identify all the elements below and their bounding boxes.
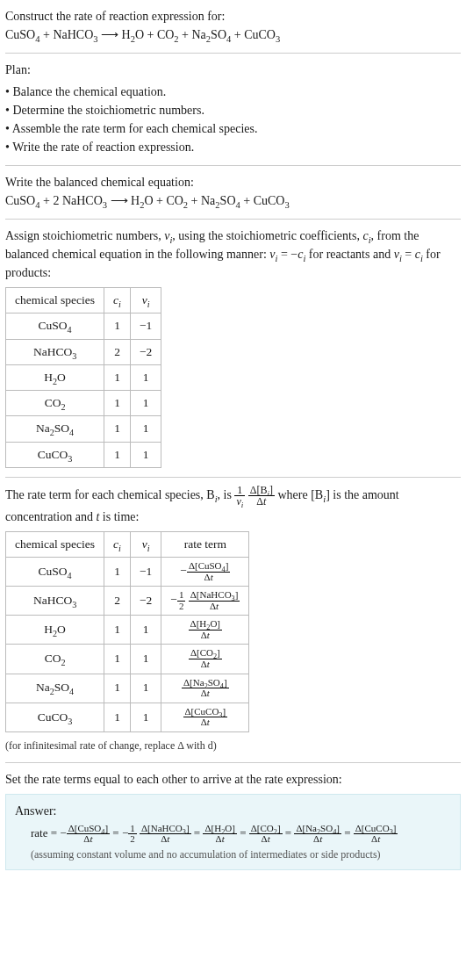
col-vi: νi [130,288,161,313]
cell-vi: 1 [130,674,161,703]
answer-box: Answer: rate = −Δ[CuSO4]Δt = −12 Δ[NaHCO… [5,794,461,870]
balanced-label: Write the balanced chemical equation: [5,173,461,191]
cell-species: NaHCO3 [6,339,104,364]
cell-species: CuSO4 [6,558,104,587]
rate-table: chemical species ci νi rate term CuSO4 1… [5,531,249,732]
final-text: Set the rate terms equal to each other t… [5,770,461,789]
divider [5,53,461,54]
table-row: H2O 1 1 Δ[H2O]Δt [6,616,249,645]
table-row: CuCO3 1 1 Δ[CuCO3]Δt [6,703,249,731]
table-row: CO2 1 1 Δ[CO2]Δt [6,645,249,674]
cell-species: CuCO3 [6,442,104,467]
cell-ci: 1 [104,616,131,645]
cell-ci: 1 [104,313,131,339]
cell-vi: 1 [130,645,161,674]
rate-frac-db: Δ[Bi]Δt [248,485,275,508]
col-ci: ci [104,531,131,557]
table-row: CuSO4 1 −1 −Δ[CuSO4]Δt [6,558,249,587]
stoich-text: Assign stoichiometric numbers, νi, using… [5,227,461,282]
plan-bullet: • Balance the chemical equation. [5,83,461,101]
cell-species: NaHCO3 [6,587,104,616]
cell-vi: 1 [130,442,161,467]
plan-label: Plan: [5,61,461,79]
plan-block: Plan: • Balance the chemical equation. •… [5,61,461,156]
table-header-row: chemical species ci νi rate term [6,531,249,557]
cell-vi: 1 [130,703,161,731]
cell-species: H2O [6,616,104,645]
cell-rate: Δ[Na2SO4]Δt [161,674,249,703]
table-row: CO211 [6,391,161,416]
cell-species: Na2SO4 [6,674,104,703]
cell-rate: Δ[H2O]Δt [161,616,249,645]
cell-vi: −2 [130,339,161,364]
intro-block: Construct the rate of reaction expressio… [5,7,461,44]
cell-vi: 1 [130,416,161,442]
divider [5,165,461,166]
table-row: CuCO311 [6,442,161,467]
cell-ci: 1 [104,416,131,442]
text: , is [218,488,235,501]
table-row: NaHCO3 2 −2 −12 Δ[NaHCO3]Δt [6,587,249,616]
text: The rate term for each chemical species,… [5,488,215,501]
cell-species: CuCO3 [6,703,104,731]
text: is time: [99,510,139,523]
plan-bullet: • Determine the stoichiometric numbers. [5,101,461,119]
col-ci: ci [104,288,131,313]
col-vi: νi [130,531,161,557]
cell-species: CuSO4 [6,313,104,339]
cell-rate: Δ[CuCO3]Δt [161,703,249,731]
cell-vi: 1 [130,364,161,390]
cell-vi: −1 [130,313,161,339]
text: where [B [278,488,324,501]
cell-ci: 1 [104,674,131,703]
cell-ci: 1 [104,703,131,731]
plan-bullet: • Write the rate of reaction expression. [5,138,461,156]
text: for reactants and [305,248,393,261]
rate-text: The rate term for each chemical species,… [5,485,461,526]
plan-bullets: • Balance the chemical equation. • Deter… [5,83,461,156]
table-row: CuSO41−1 [6,313,161,339]
rate-frac-nu: 1νi [234,485,245,508]
cell-vi: −1 [130,558,161,587]
stoich-table: chemical species ci νi CuSO41−1 NaHCO32−… [5,287,161,468]
cell-rate: Δ[CO2]Δt [161,645,249,674]
cell-ci: 1 [104,442,131,467]
table-row: Na2SO411 [6,416,161,442]
cell-species: CO2 [6,391,104,416]
cell-rate: −12 Δ[NaHCO3]Δt [161,587,249,616]
cell-ci: 2 [104,339,131,364]
cell-ci: 1 [104,558,131,587]
answer-equation: rate = −Δ[CuSO4]Δt = −12 Δ[NaHCO3]Δt = Δ… [15,824,451,845]
text: , using the stoichiometric coefficients, [172,229,362,242]
text: Assign stoichiometric numbers, [5,229,164,242]
table-row: Na2SO4 1 1 Δ[Na2SO4]Δt [6,674,249,703]
table-header-row: chemical species ci νi [6,288,161,313]
intro-line: Construct the rate of reaction expressio… [5,7,461,25]
divider [5,762,461,763]
divider [5,219,461,220]
balanced-equation: CuSO4 + 2 NaHCO3 ⟶ H2O + CO2 + Na2SO4 + … [5,191,461,210]
cell-vi: −2 [130,587,161,616]
cell-rate: −Δ[CuSO4]Δt [161,558,249,587]
cell-species: Na2SO4 [6,416,104,442]
plan-bullet: • Assemble the rate term for each chemic… [5,119,461,138]
rate-block: The rate term for each chemical species,… [5,485,461,753]
rate-footnote: (for infinitesimal rate of change, repla… [5,738,461,753]
cell-ci: 1 [104,364,131,390]
col-species: chemical species [6,288,104,313]
cell-ci: 2 [104,587,131,616]
col-rate: rate term [161,531,249,557]
balanced-block: Write the balanced chemical equation: Cu… [5,173,461,210]
cell-ci: 1 [104,645,131,674]
answer-note: (assuming constant volume and no accumul… [15,847,451,862]
cell-ci: 1 [104,391,131,416]
col-species: chemical species [6,531,104,557]
table-row: H2O11 [6,364,161,390]
stoich-block: Assign stoichiometric numbers, νi, using… [5,227,461,468]
cell-species: H2O [6,364,104,390]
cell-species: CO2 [6,645,104,674]
rate-word: rate = [31,826,60,839]
final-block: Set the rate terms equal to each other t… [5,770,461,870]
divider [5,477,461,478]
cell-vi: 1 [130,616,161,645]
